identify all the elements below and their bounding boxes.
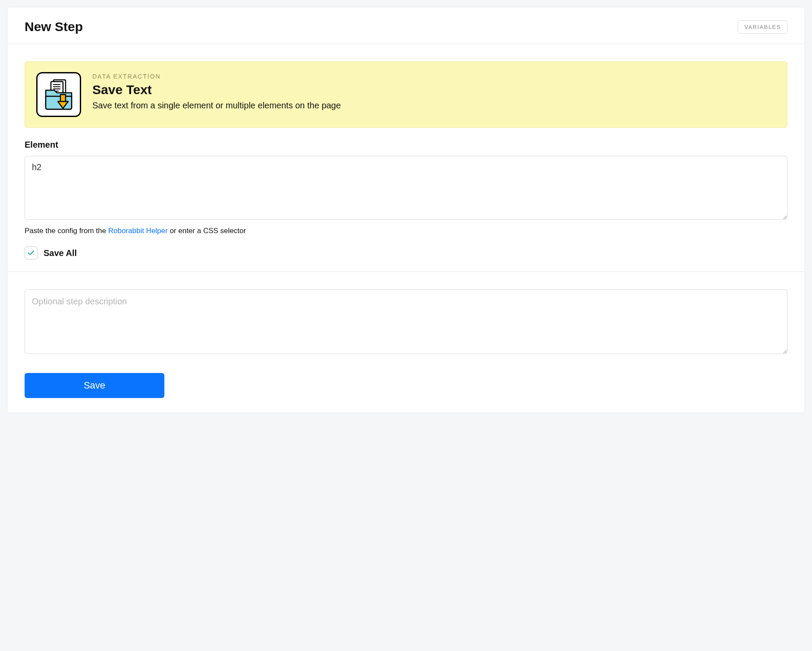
- save-all-row: Save All: [25, 246, 787, 259]
- info-title: Save Text: [92, 82, 341, 97]
- save-button[interactable]: Save: [25, 373, 164, 398]
- step-description-input[interactable]: [25, 289, 787, 354]
- element-label: Element: [25, 140, 787, 150]
- element-input[interactable]: [25, 156, 787, 220]
- panel-header: New Step VARIABLES: [7, 7, 805, 44]
- element-hint: Paste the config from the Roborabbit Hel…: [25, 227, 787, 235]
- info-category: DATA EXTRACTION: [92, 73, 341, 80]
- step-info-card: DATA EXTRACTION Save Text Save text from…: [25, 61, 787, 128]
- save-all-label: Save All: [44, 248, 77, 258]
- roborabbit-helper-link[interactable]: Roborabbit Helper: [108, 227, 168, 235]
- hint-pre: Paste the config from the: [25, 227, 108, 235]
- save-all-checkbox[interactable]: [25, 246, 38, 259]
- hint-post: or enter a CSS selector: [168, 227, 246, 235]
- panel-title: New Step: [25, 19, 83, 34]
- save-text-folder-icon: [36, 72, 81, 117]
- info-description: Save text from a single element or multi…: [92, 101, 341, 111]
- new-step-panel: New Step VARIABLES: [7, 7, 805, 413]
- info-text: DATA EXTRACTION Save Text Save text from…: [92, 72, 341, 111]
- panel-body: DATA EXTRACTION Save Text Save text from…: [7, 44, 805, 272]
- check-icon: [27, 249, 35, 257]
- variables-button[interactable]: VARIABLES: [738, 20, 787, 34]
- panel-footer: Save: [7, 272, 805, 413]
